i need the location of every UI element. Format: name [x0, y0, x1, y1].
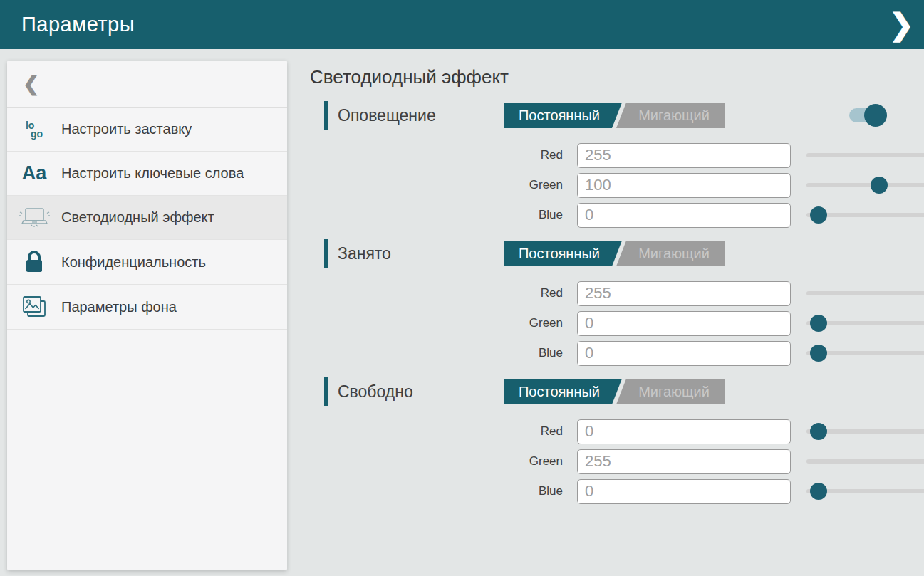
channel-label: Red [310, 286, 563, 300]
channel-label: Red [310, 424, 563, 439]
red-value-input[interactable] [577, 281, 791, 306]
keywords-icon: Aa [7, 164, 61, 183]
background-images-icon [7, 295, 61, 319]
mode-toggle: Постоянный Мигающий [504, 379, 725, 404]
lock-icon [7, 250, 61, 274]
mode-constant-button[interactable]: Постоянный [504, 379, 622, 404]
channel-row-green: Green [310, 172, 894, 198]
mode-blinking-button[interactable]: Мигающий [616, 379, 725, 404]
section-title: Занято [338, 244, 391, 263]
green-slider[interactable] [806, 310, 924, 336]
red-slider[interactable] [806, 142, 924, 168]
sidebar-item-screensaver[interactable]: logo Настроить заставку [7, 108, 287, 152]
section-title: Свободно [338, 382, 413, 402]
channel-row-blue: Blue [310, 478, 894, 504]
sidebar-back-button[interactable]: ❮ [7, 61, 287, 108]
red-value-input[interactable] [577, 143, 791, 168]
section-title: Оповещение [338, 106, 436, 125]
sidebar-item-led-effect[interactable]: Светодиодный эффект [7, 196, 287, 240]
channel-row-blue: Blue [310, 202, 894, 228]
sidebar-item-label: Настроить заставку [61, 120, 196, 139]
slider-thumb[interactable] [871, 177, 888, 194]
section-accent-bar [324, 377, 328, 406]
channel-row-green: Green [310, 310, 894, 336]
channel-row-green: Green [310, 449, 894, 474]
panel-title: Светодиодный эффект [310, 66, 894, 88]
sidebar-item-label: Светодиодный эффект [61, 208, 219, 227]
mode-toggle: Постоянный Мигающий [504, 241, 725, 266]
sidebar-item-privacy[interactable]: Конфиденциальность [7, 240, 287, 285]
mode-blinking-button[interactable]: Мигающий [616, 241, 725, 266]
mode-toggle: Постоянный Мигающий [504, 103, 725, 128]
sidebar-item-background[interactable]: Параметры фона [7, 285, 287, 330]
section-accent-bar [324, 101, 328, 130]
green-value-input[interactable] [577, 311, 791, 336]
channel-label: Blue [310, 346, 563, 360]
slider-thumb[interactable] [810, 345, 827, 362]
blue-slider[interactable] [806, 340, 924, 366]
channel-label: Green [310, 454, 563, 468]
green-slider[interactable] [806, 449, 924, 474]
channel-row-red: Red [310, 419, 894, 444]
slider-thumb[interactable] [810, 483, 827, 500]
sidebar-item-keywords[interactable]: Aa Настроить ключевые слова [7, 152, 287, 196]
slider-thumb[interactable] [810, 206, 827, 224]
channel-label: Blue [310, 208, 563, 222]
title-bar: Параметры ❯ [0, 0, 924, 49]
forward-chevron-icon[interactable]: ❯ [889, 10, 914, 40]
channel-label: Green [310, 316, 563, 330]
sidebar-item-label: Настроить ключевые слова [61, 164, 248, 183]
slider-thumb[interactable] [810, 315, 827, 332]
section-free: Свободно Постоянный Мигающий Red Green [310, 375, 894, 504]
channel-label: Red [310, 148, 563, 162]
section-notification: Оповещение Постоянный Мигающий Red Green [310, 98, 894, 228]
sidebar-item-label: Конфиденциальность [61, 253, 210, 272]
section-accent-bar [324, 239, 328, 268]
channel-label: Blue [310, 484, 563, 498]
mode-blinking-button[interactable]: Мигающий [616, 103, 725, 128]
green-value-input[interactable] [577, 173, 791, 198]
settings-sidebar: ❮ logo Настроить заставку Aa Настроить к… [7, 61, 287, 570]
led-effect-panel: Светодиодный эффект Оповещение Постоянны… [310, 61, 894, 513]
switch-knob [864, 104, 887, 127]
logo-icon: logo [7, 121, 61, 138]
blue-value-input[interactable] [577, 341, 791, 366]
back-chevron-icon: ❮ [23, 72, 39, 95]
red-value-input[interactable] [577, 419, 791, 444]
led-display-icon [7, 206, 61, 229]
channel-label: Green [310, 178, 563, 192]
slider-thumb[interactable] [810, 423, 827, 440]
section-busy: Занято Постоянный Мигающий Red Green [310, 236, 894, 366]
red-slider[interactable] [806, 419, 924, 444]
notification-enabled-switch[interactable] [849, 108, 886, 122]
blue-value-input[interactable] [577, 203, 791, 228]
blue-slider[interactable] [806, 478, 924, 504]
red-slider[interactable] [806, 281, 924, 306]
sidebar-item-label: Параметры фона [61, 298, 181, 317]
mode-constant-button[interactable]: Постоянный [504, 103, 622, 128]
blue-value-input[interactable] [577, 479, 791, 504]
green-value-input[interactable] [577, 449, 791, 474]
channel-row-blue: Blue [310, 340, 894, 366]
channel-row-red: Red [310, 281, 894, 306]
channel-row-red: Red [310, 142, 894, 168]
blue-slider[interactable] [806, 202, 924, 228]
green-slider[interactable] [806, 172, 924, 198]
mode-constant-button[interactable]: Постоянный [504, 241, 622, 266]
page-title: Параметры [21, 13, 135, 36]
